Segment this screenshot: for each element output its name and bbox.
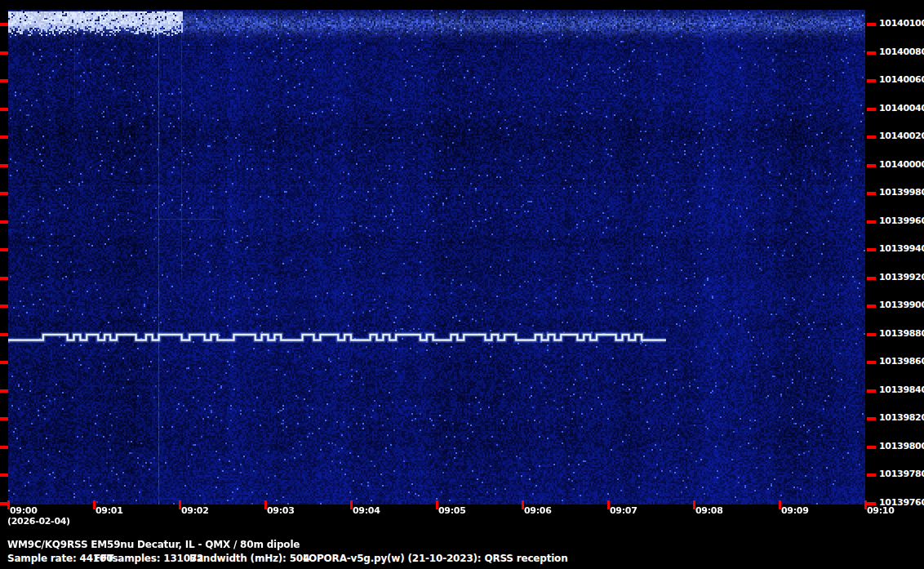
freq-label: 10140060: [879, 74, 924, 86]
freq-label: 10139900: [879, 300, 924, 311]
freq-tick-right: [867, 79, 876, 82]
freq-tick-left: [0, 305, 8, 308]
time-label: 09:04: [353, 505, 380, 517]
time-label: 09:02: [181, 505, 209, 517]
freq-label: 10140040: [879, 103, 924, 114]
program-info: LOPORA-v5g.py(w) (21-10-2023): QRSS rece…: [303, 553, 568, 565]
freq-tick-right: [867, 23, 876, 26]
freq-tick-right: [867, 473, 876, 477]
freq-tick-right: [867, 389, 876, 393]
time-label: 09:06: [524, 505, 552, 517]
date-label: (2026-02-04): [7, 516, 70, 527]
bandwidth-label: Bandwidth (mHz): 504: [189, 553, 309, 565]
freq-tick-left: [0, 79, 8, 82]
freq-tick-left: [0, 164, 8, 167]
freq-tick-left: [0, 136, 8, 139]
freq-tick-right: [867, 248, 876, 251]
spectrogram-canvas: [8, 10, 865, 505]
freq-label: 10140080: [879, 47, 924, 58]
freq-tick-right: [867, 192, 876, 195]
freq-tick-right: [867, 164, 876, 167]
freq-tick-right: [867, 277, 876, 280]
freq-label: 10139800: [879, 441, 924, 452]
time-label: 09:00: [10, 505, 38, 517]
freq-tick-right: [867, 51, 876, 55]
freq-tick-right: [867, 446, 876, 449]
freq-tick-left: [0, 192, 8, 195]
freq-tick-right: [867, 333, 876, 336]
fft-samples-label: FFTsamples: 131072: [94, 553, 203, 565]
freq-tick-left: [0, 417, 8, 420]
freq-tick-left: [0, 389, 8, 393]
freq-tick-left: [0, 277, 8, 280]
freq-label: 10139820: [879, 412, 924, 424]
freq-tick-right: [867, 108, 876, 111]
freq-label: 10139840: [879, 385, 924, 396]
freq-label: 10139860: [879, 356, 924, 367]
station-line: WM9C/KQ9RSS EM59nu Decatur, IL - QMX / 8…: [0, 539, 924, 552]
freq-label: 10139980: [879, 187, 924, 198]
freq-tick-left: [0, 361, 8, 364]
freq-tick-left: [0, 23, 8, 26]
freq-label: 10140000: [879, 159, 924, 171]
freq-label: 10139940: [879, 243, 924, 255]
time-label: 09:08: [695, 505, 723, 517]
freq-tick-right: [867, 220, 876, 224]
freq-tick-left: [0, 473, 8, 477]
time-label: 09:01: [96, 505, 123, 517]
freq-label: 10140100: [879, 18, 924, 29]
freq-label: 10139880: [879, 328, 924, 340]
freq-tick-left: [0, 51, 8, 55]
freq-tick-right: [867, 361, 876, 364]
freq-label: 10139780: [879, 469, 924, 480]
freq-tick-left: [0, 333, 8, 336]
freq-tick-right: [867, 136, 876, 139]
freq-tick-right: [867, 417, 876, 420]
freq-tick-left: [0, 108, 8, 111]
stats-line: Sample rate: 44100 FFTsamples: 131072 Ba…: [0, 553, 924, 566]
time-label: 09:07: [610, 505, 637, 517]
time-label: 09:10: [867, 505, 895, 517]
time-label: 09:03: [267, 505, 295, 517]
station-info: WM9C/KQ9RSS EM59nu Decatur, IL - QMX / 8…: [7, 539, 300, 551]
freq-label: 10139960: [879, 216, 924, 227]
qrss-grabber-screen: 1014010010140080101400601014004010140020…: [0, 0, 924, 569]
freq-tick-left: [0, 446, 8, 449]
time-label: 09:09: [781, 505, 809, 517]
time-label: 09:05: [438, 505, 466, 517]
freq-label: 10139920: [879, 272, 924, 283]
freq-tick-left: [0, 220, 8, 224]
freq-tick-right: [867, 305, 876, 308]
freq-label: 10140020: [879, 131, 924, 142]
freq-tick-left: [0, 248, 8, 251]
